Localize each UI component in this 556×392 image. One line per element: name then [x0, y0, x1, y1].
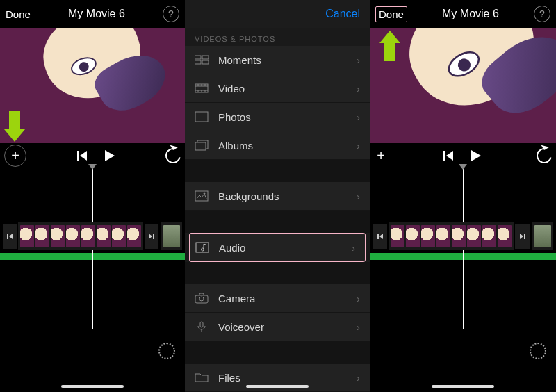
svg-point-21: [199, 297, 204, 301]
clip-thumbnails-2[interactable]: [161, 222, 182, 250]
audio-icon: [195, 242, 209, 253]
cancel-button[interactable]: Cancel: [325, 8, 360, 20]
clip-next-button[interactable]: [145, 224, 158, 249]
svg-rect-22: [200, 322, 203, 327]
play-icon[interactable]: [471, 150, 481, 161]
svg-rect-2: [195, 60, 201, 64]
clip-prev-button[interactable]: [373, 224, 387, 249]
files-icon: [195, 372, 208, 383]
row-label: Moments: [218, 54, 261, 66]
row-label: Audio: [219, 242, 245, 254]
svg-point-17: [204, 193, 206, 195]
help-icon[interactable]: ?: [534, 6, 550, 22]
row-backgrounds[interactable]: Backgrounds ›: [185, 182, 370, 211]
row-camera[interactable]: Camera ›: [185, 284, 370, 313]
clip-thumbnails[interactable]: [389, 222, 514, 250]
home-indicator: [432, 385, 494, 388]
row-label: Video: [218, 83, 245, 95]
voiceover-icon: [195, 321, 208, 332]
skip-end-icon: [518, 232, 527, 240]
skip-start-icon: [376, 232, 384, 240]
row-label: Camera: [218, 293, 255, 304]
picker-header: Cancel: [185, 0, 370, 28]
skip-back-icon[interactable]: [443, 151, 453, 161]
undo-icon[interactable]: [163, 145, 183, 166]
annotation-arrow: [379, 31, 400, 61]
video-track[interactable]: [370, 222, 556, 250]
video-icon: [195, 83, 208, 94]
chevron-right-icon: ›: [357, 54, 360, 66]
project-title: My Movie 6: [68, 8, 125, 20]
row-label: Voiceover: [218, 321, 264, 333]
clip-next-button[interactable]: [515, 224, 530, 249]
camera-icon: [195, 293, 208, 304]
chevron-right-icon: ›: [357, 372, 360, 384]
moments-icon: [195, 54, 208, 65]
home-indicator: [246, 385, 309, 388]
playhead-handle-icon[interactable]: [459, 164, 467, 170]
preview-frame-art: [391, 28, 555, 127]
backgrounds-icon: [195, 190, 208, 202]
chevron-right-icon: ›: [357, 321, 360, 333]
skip-end-icon: [147, 232, 156, 240]
home-indicator: [61, 385, 124, 388]
editor-panel-right: Done My Movie 6 ? +: [370, 0, 556, 392]
playhead-handle-icon[interactable]: [88, 164, 97, 170]
done-button[interactable]: Done: [6, 8, 31, 20]
row-albums[interactable]: Albums ›: [185, 131, 370, 160]
footer-bar: [0, 338, 185, 364]
svg-rect-0: [195, 56, 201, 59]
chevron-right-icon: ›: [352, 242, 355, 254]
video-track[interactable]: [0, 222, 185, 250]
footer-bar: [370, 338, 556, 364]
svg-rect-16: [195, 191, 208, 201]
row-label: Backgrounds: [218, 190, 279, 202]
media-picker-panel: Cancel VIDEOS & PHOTOS Moments › Video ›…: [185, 0, 370, 392]
clip-thumbnails-2[interactable]: [532, 222, 553, 250]
skip-back-icon[interactable]: [77, 151, 87, 161]
row-moments[interactable]: Moments ›: [185, 46, 370, 74]
row-label: Photos: [218, 111, 251, 123]
undo-icon[interactable]: [534, 145, 555, 166]
clip-thumbnails[interactable]: [18, 222, 143, 250]
editor-panel-left: Done My Movie 6 ? +: [0, 0, 185, 392]
add-media-button[interactable]: +: [374, 148, 388, 164]
chevron-right-icon: ›: [357, 83, 360, 95]
play-icon[interactable]: [105, 150, 115, 161]
skip-start-icon: [6, 232, 14, 240]
help-icon[interactable]: ?: [163, 6, 179, 22]
row-label: Files: [218, 372, 240, 384]
video-preview: [0, 28, 185, 143]
chevron-right-icon: ›: [357, 140, 360, 152]
chevron-right-icon: ›: [357, 190, 360, 202]
svg-rect-15: [195, 142, 206, 150]
project-title: My Movie 6: [442, 8, 499, 20]
settings-icon[interactable]: [158, 343, 175, 359]
clip-prev-button[interactable]: [3, 224, 17, 249]
row-voiceover[interactable]: Voiceover ›: [185, 313, 370, 341]
albums-icon: [195, 140, 208, 151]
row-video[interactable]: Video ›: [185, 74, 370, 103]
svg-rect-1: [202, 56, 208, 59]
preview-frame-art: [33, 28, 153, 111]
row-label: Albums: [218, 140, 253, 152]
settings-icon[interactable]: [530, 343, 546, 359]
editor-header: Done My Movie 6 ?: [0, 0, 185, 28]
timeline[interactable]: [0, 168, 185, 338]
section-header: VIDEOS & PHOTOS: [185, 28, 370, 46]
add-media-button[interactable]: +: [4, 145, 26, 167]
row-photos[interactable]: Photos ›: [185, 103, 370, 131]
svg-rect-3: [202, 60, 208, 64]
editor-header: Done My Movie 6 ?: [370, 0, 556, 28]
done-button[interactable]: Done: [375, 6, 407, 22]
timeline[interactable]: [370, 168, 556, 338]
photos-icon: [195, 111, 208, 122]
annotation-arrow: [4, 111, 25, 142]
chevron-right-icon: ›: [357, 111, 360, 123]
svg-rect-13: [195, 112, 208, 122]
row-audio[interactable]: Audio ›: [189, 233, 366, 262]
chevron-right-icon: ›: [357, 293, 360, 304]
